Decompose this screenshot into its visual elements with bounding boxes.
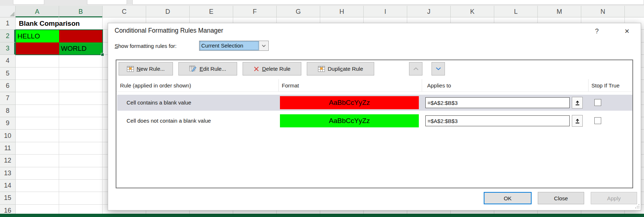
row-header[interactable]: 9	[0, 117, 15, 130]
column-header[interactable]: A	[16, 6, 59, 17]
formula-input-edge	[132, 0, 644, 5]
column-header[interactable]: H	[320, 6, 364, 17]
edit-rule-button[interactable]: Edit Rule...	[178, 62, 237, 75]
rule-description: Cell contains a blank value	[127, 95, 191, 111]
range-picker-button[interactable]	[572, 97, 583, 108]
column-header[interactable]: N	[581, 6, 625, 17]
apply-button[interactable]: Apply	[591, 192, 637, 204]
column-header[interactable]: G	[277, 6, 320, 17]
rule-row[interactable]: Cell does not contain a blank value AaBb…	[117, 113, 632, 129]
collapse-range-icon	[575, 118, 580, 124]
cell-a2[interactable]: HELLO	[16, 30, 59, 42]
cell-b2[interactable]	[59, 30, 103, 42]
new-rule-label: New Rule...	[137, 66, 165, 72]
fx-box-edge	[87, 0, 127, 5]
chevron-up-icon	[413, 67, 419, 70]
resize-grip[interactable]	[635, 204, 640, 209]
delete-x-icon	[253, 66, 259, 72]
row-header[interactable]: 15	[0, 192, 15, 204]
applies-to-input[interactable]	[425, 97, 570, 108]
row-header[interactable]: 8	[0, 105, 15, 117]
stop-if-true-checkbox[interactable]	[594, 117, 601, 124]
row-header[interactable]: 1	[0, 17, 15, 30]
show-rules-label-rest: how formatting rules for:	[118, 43, 177, 49]
formula-bar-strip	[0, 0, 644, 6]
duplicate-rule-label: Duplicate Rule	[328, 66, 363, 72]
row-header[interactable]: 6	[0, 80, 15, 92]
header-divider	[116, 91, 632, 92]
new-rule-button[interactable]: New Rule...	[119, 62, 173, 75]
row-header[interactable]: 5	[0, 67, 15, 80]
rule-description: Cell does not contain a blank value	[127, 113, 211, 129]
stop-if-true-checkbox[interactable]	[594, 99, 601, 106]
delete-rule-button[interactable]: Delete Rule	[243, 62, 301, 75]
column-header[interactable]: F	[233, 6, 277, 17]
name-box-edge	[13, 0, 44, 5]
header-applies-to: Applies to	[422, 79, 588, 91]
row-header[interactable]: 7	[0, 92, 15, 105]
selection-fill-handle[interactable]	[101, 53, 104, 56]
column-header[interactable]: L	[494, 6, 538, 17]
edit-rule-pencil-icon	[189, 66, 197, 72]
row-header[interactable]: 2	[0, 30, 15, 42]
column-header[interactable]: M	[538, 6, 581, 17]
format-preview-swatch: AaBbCcYyZz	[280, 114, 419, 127]
row-header[interactable]: 3	[0, 42, 15, 55]
cell-b3[interactable]: WORLD	[59, 42, 103, 55]
column-header[interactable]: D	[146, 6, 190, 17]
new-rule-table-icon	[127, 66, 134, 72]
combobox-dropdown-button[interactable]	[259, 41, 268, 50]
combobox-selected-value[interactable]: Current Selection	[199, 41, 259, 50]
header-format: Format	[278, 79, 422, 91]
column-header[interactable]: E	[190, 6, 233, 17]
edit-rule-label: Edit Rule...	[199, 66, 226, 72]
show-rules-combobox[interactable]: Current Selection	[199, 41, 269, 51]
delete-rule-label: Delete Rule	[262, 66, 290, 72]
show-rules-label: Show formatting rules for:	[115, 43, 177, 49]
row-header[interactable]: 14	[0, 180, 15, 192]
header-stop-if-true: Stop If True	[588, 79, 633, 91]
collapse-range-icon	[575, 100, 580, 106]
header-rule: Rule (applied in order shown)	[116, 79, 278, 91]
range-picker-button[interactable]	[572, 115, 583, 127]
ok-button[interactable]: OK	[484, 192, 532, 204]
show-rules-label-mnemonic: S	[115, 43, 118, 49]
row-header[interactable]: 4	[0, 55, 15, 67]
row-header[interactable]: 12	[0, 155, 15, 167]
rule-row[interactable]: Cell contains a blank value AaBbCcYyZz	[117, 95, 632, 111]
column-header[interactable]: J	[407, 6, 451, 17]
column-header[interactable]: B	[59, 6, 103, 17]
duplicate-rule-button[interactable]: Duplicate Rule	[307, 62, 374, 75]
column-headers: A B C D E F G H I J K L M N	[16, 6, 644, 17]
chevron-down-icon	[435, 67, 441, 70]
applies-to-input[interactable]	[425, 115, 570, 126]
help-icon[interactable]: ?	[592, 26, 602, 36]
chevron-down-icon	[262, 45, 266, 47]
dialog-title: Conditional Formatting Rules Manager	[115, 27, 223, 34]
duplicate-rule-table-icon	[318, 66, 325, 72]
row-header[interactable]: 11	[0, 142, 15, 155]
row-header[interactable]: 10	[0, 130, 15, 142]
column-header[interactable]: K	[451, 6, 494, 17]
rules-group-box: New Rule... Edit Rule... Delete Rule	[116, 60, 633, 188]
row-headers: 1 2 3 4 5 6 7 8 9 10 11 12 13 14 15 16	[0, 17, 16, 217]
close-icon[interactable]: ✕	[621, 26, 633, 36]
conditional-formatting-rules-manager-dialog: Conditional Formatting Rules Manager ? ✕…	[108, 23, 641, 210]
column-header[interactable]: I	[364, 6, 407, 17]
move-rule-up-button[interactable]	[409, 62, 422, 75]
format-preview-swatch: AaBbCcYyZz	[280, 96, 419, 109]
close-button[interactable]: Close	[538, 192, 584, 204]
column-header[interactable]: C	[103, 6, 146, 17]
row-header[interactable]: 13	[0, 167, 15, 180]
move-rule-down-button[interactable]	[432, 62, 445, 75]
sheet-bottom-bar	[0, 214, 644, 217]
cell-a3[interactable]	[16, 42, 59, 55]
select-all-corner[interactable]	[0, 6, 16, 17]
